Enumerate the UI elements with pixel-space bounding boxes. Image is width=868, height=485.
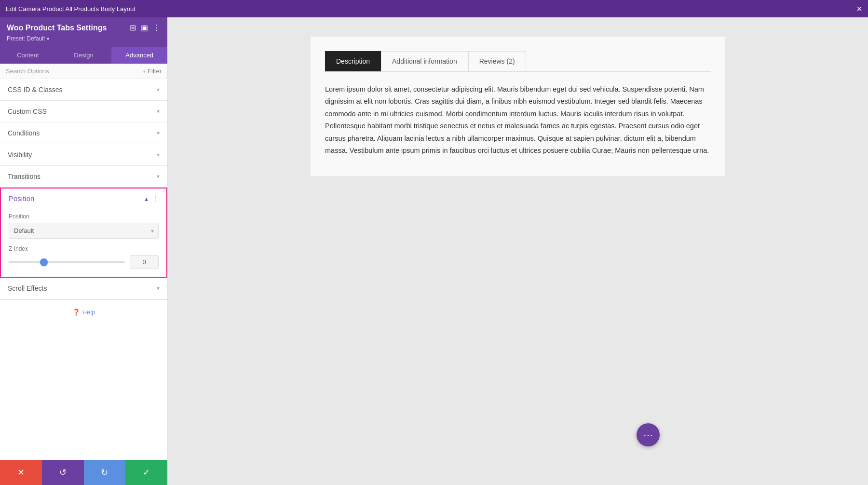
sidebar-search: Search Options + Filter	[0, 64, 167, 79]
slider-thumb[interactable]	[40, 258, 48, 266]
fab-button[interactable]: ⋯	[637, 423, 660, 446]
scroll-effects-header[interactable]: Scroll Effects ▾	[0, 278, 167, 299]
visibility-section: Visibility ▾	[0, 144, 167, 166]
main-layout: Woo Product Tabs Settings ⊞ ▣ ⋮ Preset: …	[0, 17, 868, 485]
tab-additional-information[interactable]: Additional information	[381, 51, 468, 72]
sidebar-header: Woo Product Tabs Settings ⊞ ▣ ⋮ Preset: …	[0, 17, 167, 47]
tab-content[interactable]: Content	[0, 47, 56, 64]
css-id-classes-label: CSS ID & Classes	[8, 86, 63, 94]
settings-icon[interactable]: ⊞	[130, 23, 136, 32]
custom-css-header[interactable]: Custom CSS ▾	[0, 101, 167, 122]
layout-icon[interactable]: ▣	[141, 23, 148, 32]
sidebar-title: Woo Product Tabs Settings	[7, 24, 107, 32]
sidebar-header-icons: ⊞ ▣ ⋮	[130, 23, 161, 32]
position-select[interactable]: Default Fixed Absolute Relative Static	[9, 223, 159, 239]
cancel-icon: ✕	[17, 467, 25, 478]
position-label: Position	[9, 194, 34, 202]
chevron-down-icon: ▾	[157, 173, 160, 180]
position-select-wrapper: Default Fixed Absolute Relative Static ▾	[9, 223, 159, 239]
help-icon: ❓	[72, 309, 80, 316]
product-tabs-widget: Description Additional information Revie…	[311, 37, 725, 176]
position-section: Position ▴ ⋮ Position Default Fixed Abso…	[0, 188, 167, 278]
sidebar-content: CSS ID & Classes ▾ Custom CSS ▾ Conditio…	[0, 79, 167, 460]
slider-fill	[9, 261, 43, 263]
close-button[interactable]: ×	[856, 4, 862, 13]
redo-icon: ↻	[101, 467, 108, 478]
css-id-classes-section: CSS ID & Classes ▾	[0, 79, 167, 101]
sidebar-preset[interactable]: Preset: Default ▾	[7, 35, 161, 42]
slider-track	[9, 261, 125, 263]
chevron-down-icon: ▾	[157, 130, 160, 136]
css-id-classes-header[interactable]: CSS ID & Classes ▾	[0, 79, 167, 100]
tab-content-text: Lorem ipsum dolor sit amet, consectetur …	[325, 83, 711, 157]
conditions-header[interactable]: Conditions ▾	[0, 122, 167, 144]
visibility-label: Visibility	[8, 151, 32, 159]
transitions-section: Transitions ▾	[0, 166, 167, 188]
top-bar-title: Edit Camera Product All Products Body La…	[6, 5, 136, 13]
zindex-row	[9, 255, 159, 269]
sidebar-header-top: Woo Product Tabs Settings ⊞ ▣ ⋮	[7, 23, 161, 32]
save-icon: ✓	[143, 467, 150, 478]
sidebar-tabs: Content Design Advanced	[0, 47, 167, 64]
transitions-header[interactable]: Transitions ▾	[0, 166, 167, 187]
zindex-slider[interactable]	[9, 257, 125, 267]
conditions-label: Conditions	[8, 129, 40, 137]
transitions-label: Transitions	[8, 173, 41, 180]
position-field-label: Position	[9, 213, 159, 220]
tab-reviews[interactable]: Reviews (2)	[468, 51, 526, 72]
chevron-down-icon: ▾	[157, 86, 160, 93]
position-header[interactable]: Position ▴ ⋮	[1, 189, 166, 208]
chevron-down-icon: ▾	[157, 108, 160, 115]
tab-advanced[interactable]: Advanced	[111, 47, 167, 64]
chevron-up-icon: ▴	[145, 195, 148, 202]
top-bar: Edit Camera Product All Products Body La…	[0, 0, 868, 17]
chevron-down-icon: ▾	[157, 285, 160, 292]
redo-button[interactable]: ↻	[84, 460, 126, 485]
position-header-icons: ▴ ⋮	[145, 195, 159, 202]
filter-button[interactable]: + Filter	[142, 67, 162, 75]
tab-design[interactable]: Design	[56, 47, 112, 64]
main-content: Description Additional information Revie…	[168, 17, 868, 485]
conditions-section: Conditions ▾	[0, 122, 167, 144]
custom-css-label: Custom CSS	[8, 108, 47, 115]
sidebar-toolbar: ✕ ↺ ↻ ✓	[0, 460, 167, 485]
chevron-down-icon: ▾	[157, 151, 160, 158]
help-label: Help	[82, 309, 95, 316]
cancel-button[interactable]: ✕	[0, 460, 42, 485]
tabs-nav: Description Additional information Revie…	[325, 51, 711, 72]
fab-icon: ⋯	[643, 429, 653, 441]
visibility-header[interactable]: Visibility ▾	[0, 144, 167, 165]
sidebar: Woo Product Tabs Settings ⊞ ▣ ⋮ Preset: …	[0, 17, 168, 485]
sidebar-help: ❓ Help	[0, 299, 167, 324]
undo-icon: ↺	[59, 467, 67, 478]
custom-css-section: Custom CSS ▾	[0, 101, 167, 122]
help-link[interactable]: ❓ Help	[72, 309, 95, 316]
tab-description[interactable]: Description	[325, 51, 381, 71]
preset-arrow: ▾	[47, 36, 49, 41]
position-content: Position Default Fixed Absolute Relative…	[1, 208, 166, 277]
scroll-effects-section: Scroll Effects ▾	[0, 278, 167, 299]
more-options-icon[interactable]: ⋮	[153, 23, 161, 32]
save-button[interactable]: ✓	[125, 460, 167, 485]
zindex-input[interactable]	[130, 255, 159, 269]
zindex-label: Z Index	[9, 245, 159, 252]
scroll-effects-label: Scroll Effects	[8, 284, 47, 292]
position-more-icon[interactable]: ⋮	[152, 195, 159, 202]
undo-button[interactable]: ↺	[42, 460, 84, 485]
search-placeholder[interactable]: Search Options	[6, 67, 49, 75]
